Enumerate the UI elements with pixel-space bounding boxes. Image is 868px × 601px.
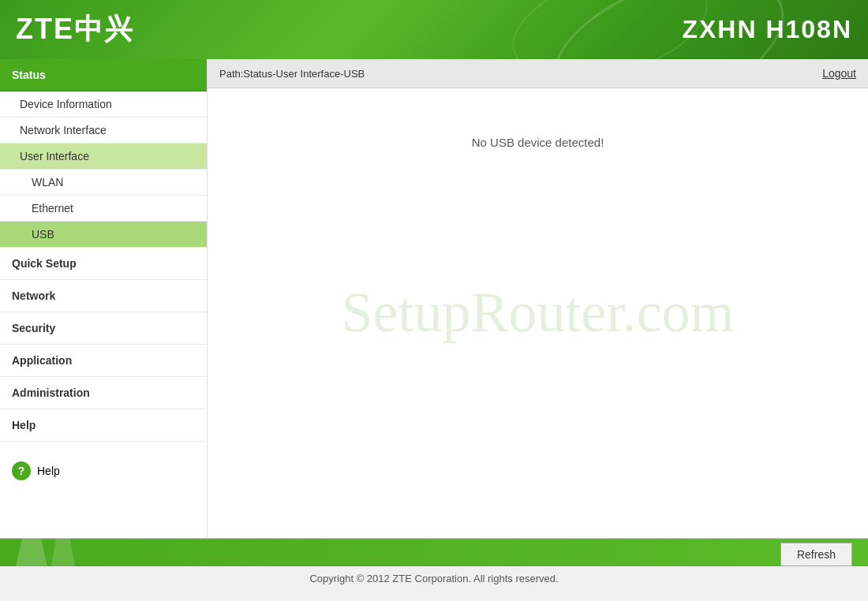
sidebar-item-user-interface[interactable]: User Interface xyxy=(0,144,207,170)
footer-decoration-1 xyxy=(16,539,47,566)
sidebar-item-network-interface[interactable]: Network Interface xyxy=(0,118,207,144)
logo: ZTE中兴 xyxy=(16,10,134,49)
usb-message: No USB device detected! xyxy=(472,136,604,149)
watermark: SetupRouter.com xyxy=(342,279,735,345)
sidebar-item-ethernet[interactable]: Ethernet xyxy=(0,196,207,222)
copyright: Copyright © 2012 ZTE Corporation. All ri… xyxy=(0,566,868,591)
sidebar-item-application[interactable]: Application xyxy=(0,345,207,377)
sidebar-item-device-info[interactable]: Device Information xyxy=(0,91,207,118)
sidebar-item-quick-setup[interactable]: Quick Setup xyxy=(0,248,207,280)
refresh-button[interactable]: Refresh xyxy=(780,543,852,566)
content-area: Path:Status-User Interface-USB Logout Se… xyxy=(208,59,868,538)
main-wrapper: Status Device Information Network Interf… xyxy=(0,59,868,538)
breadcrumb: Path:Status-User Interface-USB xyxy=(219,68,365,80)
sidebar-item-administration[interactable]: Administration xyxy=(0,377,207,409)
help-icon: ? xyxy=(12,461,31,480)
sidebar-item-wlan[interactable]: WLAN xyxy=(0,170,207,196)
sidebar-item-network[interactable]: Network xyxy=(0,280,207,312)
sidebar: Status Device Information Network Interf… xyxy=(0,59,208,538)
logo-text: ZTE中兴 xyxy=(16,13,134,45)
product-name: ZXHN H108N xyxy=(682,15,852,44)
logout-link[interactable]: Logout xyxy=(822,67,856,80)
content-body: SetupRouter.com No USB device detected! xyxy=(208,88,868,536)
footer: Refresh Copyright © 2012 ZTE Corporation… xyxy=(0,538,868,601)
sidebar-item-usb[interactable]: USB xyxy=(0,222,207,248)
sidebar-item-status[interactable]: Status xyxy=(0,59,207,91)
sidebar-item-help[interactable]: Help xyxy=(0,409,207,442)
footer-decoration-2 xyxy=(51,539,75,566)
sidebar-item-security[interactable]: Security xyxy=(0,312,207,345)
header: ZTE中兴 ZXHN H108N xyxy=(0,0,868,59)
path-bar: Path:Status-User Interface-USB Logout xyxy=(208,59,868,88)
footer-green-bar: Refresh xyxy=(0,539,868,566)
help-label: Help xyxy=(37,465,60,477)
help-section[interactable]: ? Help xyxy=(0,450,207,492)
